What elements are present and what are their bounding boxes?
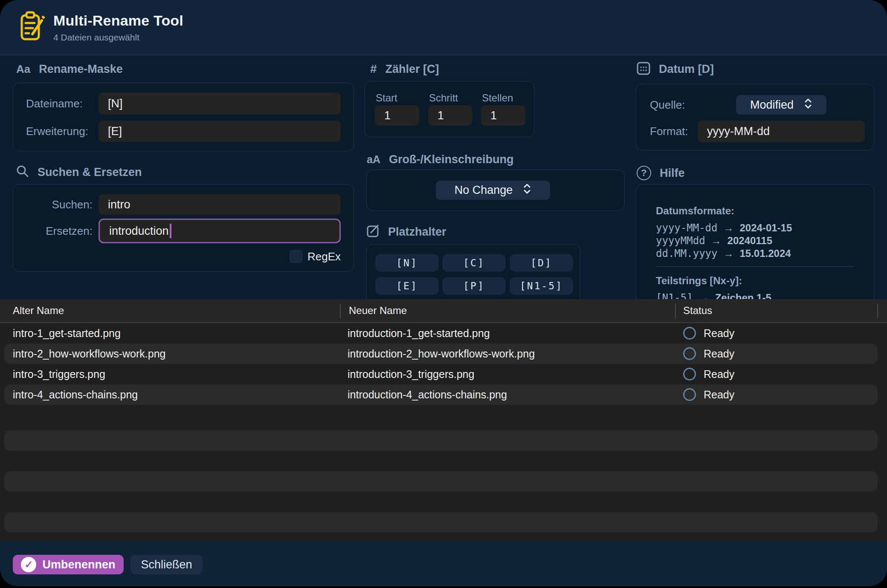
replace-input-focused[interactable]: introduction bbox=[99, 219, 341, 243]
status-label: Ready bbox=[704, 343, 734, 364]
date-source-label: Quelle: bbox=[650, 98, 685, 112]
app-header: Multi-Rename Tool 4 Dateien ausgewählt bbox=[0, 0, 887, 55]
search-replace-panel: Suchen: intro Ersetzen: introduction Reg… bbox=[13, 184, 354, 272]
table-row[interactable]: intro-1_get-started.png introduction-1_g… bbox=[0, 323, 887, 343]
arrow-icon: → bbox=[724, 222, 734, 234]
question-circle-icon: ? bbox=[637, 166, 651, 180]
status-circle-icon bbox=[683, 327, 696, 340]
help-format-line: yyyyMMdd→20240115 bbox=[656, 235, 772, 247]
date-source-select[interactable]: Modified bbox=[736, 95, 826, 115]
status-label: Ready bbox=[704, 323, 734, 343]
placeholder-button-e[interactable]: [E] bbox=[376, 277, 438, 294]
search-input[interactable]: intro bbox=[99, 194, 341, 215]
table-row[interactable]: intro-2_how-workflows-work.png introduct… bbox=[0, 343, 887, 364]
help-format-line: dd.MM.yyyy→15.01.2024 bbox=[656, 248, 791, 259]
status-label: Ready bbox=[704, 364, 734, 384]
old-name-cell: intro-4_actions-chains.png bbox=[13, 384, 138, 405]
close-button[interactable]: Schließen bbox=[130, 555, 203, 574]
replace-label: Ersetzen: bbox=[26, 225, 99, 238]
table-row[interactable]: intro-3_triggers.png introduction-3_trig… bbox=[0, 364, 887, 384]
help-format-line: yyyy-MM-dd→2024-01-15 bbox=[656, 222, 792, 234]
counter-start-label: Start bbox=[376, 92, 397, 104]
section-header-date: Datum [D] bbox=[637, 62, 714, 76]
help-substrings-line: [N1-5]→Zeichen 1-5 bbox=[656, 292, 771, 299]
table-header: Alter Name Neuer Name Status bbox=[0, 299, 887, 323]
section-title: Datum [D] bbox=[659, 63, 714, 76]
placeholders-panel: [N] [C] [D] [E] [P] [N1-5] bbox=[366, 244, 580, 299]
old-name-cell: intro-1_get-started.png bbox=[13, 323, 121, 343]
footer-bar: ✓ Umbenennen Schließen bbox=[0, 541, 887, 586]
column-divider bbox=[675, 304, 676, 318]
empty-row-stripe bbox=[4, 430, 878, 451]
arrow-icon: → bbox=[711, 235, 722, 247]
section-title: Platzhalter bbox=[388, 225, 446, 239]
filename-field[interactable]: [N] bbox=[99, 92, 341, 115]
section-header-help: ? Hilfe bbox=[637, 166, 685, 180]
help-date-formats-heading: Datumsformate: bbox=[656, 205, 734, 217]
new-name-cell: introduction-1_get-started.png bbox=[348, 323, 490, 343]
extension-field[interactable]: [E] bbox=[99, 121, 341, 142]
column-divider bbox=[877, 304, 878, 318]
help-panel: Datumsformate: yyyy-MM-dd→2024-01-15 yyy… bbox=[636, 184, 874, 299]
search-label: Suchen: bbox=[26, 198, 99, 211]
chevron-up-down-icon bbox=[804, 98, 812, 112]
counter-start-field[interactable]: 1 bbox=[375, 105, 419, 126]
empty-row-stripe bbox=[4, 471, 878, 492]
hash-icon: # bbox=[370, 62, 377, 76]
old-name-cell: intro-2_how-workflows-work.png bbox=[13, 343, 165, 364]
placeholder-button-p[interactable]: [P] bbox=[443, 277, 505, 294]
column-divider bbox=[340, 304, 341, 318]
placeholder-button-n[interactable]: [N] bbox=[376, 254, 438, 271]
edit-square-icon bbox=[367, 225, 380, 239]
section-header-case: aA Groß-/Kleinschreibung bbox=[367, 153, 514, 166]
status-circle-icon bbox=[683, 388, 696, 401]
placeholder-button-n1-5[interactable]: [N1-5] bbox=[510, 277, 573, 294]
letter-case-icon: Aa bbox=[16, 63, 30, 76]
date-format-field[interactable]: yyyy-MM-dd bbox=[698, 121, 865, 142]
search-icon bbox=[16, 165, 29, 179]
clipboard-pencil-icon bbox=[19, 11, 46, 43]
date-format-label: Format: bbox=[650, 125, 688, 138]
table-row[interactable]: intro-4_actions-chains.png introduction-… bbox=[0, 384, 887, 405]
counter-step-field[interactable]: 1 bbox=[428, 105, 472, 126]
case-icon: aA bbox=[367, 153, 380, 166]
placeholder-button-d[interactable]: [D] bbox=[510, 254, 573, 271]
column-header-new-name[interactable]: Neuer Name bbox=[349, 299, 407, 322]
section-title: Suchen & Ersetzen bbox=[38, 166, 142, 179]
case-select[interactable]: No Change bbox=[436, 181, 550, 200]
arrow-icon: → bbox=[699, 292, 709, 299]
regex-label: RegEx bbox=[307, 250, 341, 263]
rename-button[interactable]: ✓ Umbenennen bbox=[13, 555, 124, 574]
app-title: Multi-Rename Tool bbox=[53, 12, 183, 29]
status-circle-icon bbox=[683, 347, 696, 360]
counter-panel: Start 1 Schritt 1 Stellen 1 bbox=[365, 81, 534, 137]
column-header-status[interactable]: Status bbox=[683, 299, 712, 322]
case-panel: No Change bbox=[366, 170, 625, 211]
section-header-rename-mask: Aa Rename-Maske bbox=[16, 62, 123, 76]
extension-label: Erweiterung: bbox=[26, 125, 99, 138]
column-header-old-name[interactable]: Alter Name bbox=[13, 299, 64, 322]
counter-digits-label: Stellen bbox=[482, 92, 513, 104]
section-header-search-replace: Suchen & Ersetzen bbox=[16, 165, 142, 179]
counter-step-label: Schritt bbox=[429, 92, 458, 104]
arrow-icon: → bbox=[724, 248, 734, 259]
counter-digits-field[interactable]: 1 bbox=[481, 105, 525, 126]
new-name-cell: introduction-3_triggers.png bbox=[348, 364, 474, 384]
placeholder-button-c[interactable]: [C] bbox=[443, 254, 505, 271]
section-title: Zähler [C] bbox=[386, 63, 439, 76]
check-circle-icon: ✓ bbox=[21, 557, 36, 572]
filename-label: Dateiname: bbox=[26, 97, 99, 110]
empty-row-stripe bbox=[4, 512, 878, 533]
status-circle-icon bbox=[683, 368, 696, 380]
app-window: Multi-Rename Tool 4 Dateien ausgewählt A… bbox=[0, 0, 887, 586]
old-name-cell: intro-3_triggers.png bbox=[13, 364, 105, 384]
calendar-icon bbox=[637, 61, 650, 77]
divider bbox=[656, 266, 854, 267]
new-name-cell: introduction-2_how-workflows-work.png bbox=[348, 343, 535, 364]
status-label: Ready bbox=[704, 384, 734, 405]
text-cursor bbox=[170, 224, 171, 238]
regex-checkbox[interactable] bbox=[290, 250, 302, 263]
date-panel: Quelle: Modified Format: yyyy-MM-dd bbox=[636, 84, 874, 150]
section-title: Rename-Maske bbox=[39, 63, 123, 76]
section-title: Groß-/Kleinschreibung bbox=[389, 153, 514, 166]
